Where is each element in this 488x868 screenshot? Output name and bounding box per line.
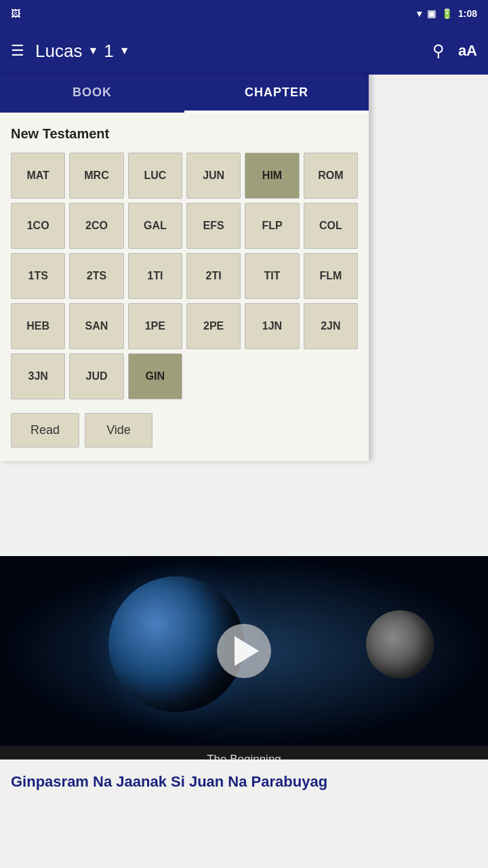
book-cell-jud[interactable]: JUD xyxy=(69,353,123,399)
book-chapter-panel: BOOK CHAPTER New Testament MATMRCLUCJUNH… xyxy=(0,75,369,461)
book-cell-1ti[interactable]: 1TI xyxy=(128,253,182,299)
book-cell-2jn[interactable]: 2JN xyxy=(304,303,358,349)
search-icon[interactable]: ⚲ xyxy=(432,41,445,60)
play-triangle-icon xyxy=(235,636,259,666)
menu-icon[interactable]: ☰ xyxy=(11,42,24,60)
chapter-dropdown-arrow[interactable]: ▼ xyxy=(119,45,130,57)
book-cell-gin[interactable]: GIN xyxy=(128,353,182,399)
book-cell-efs[interactable]: EFS xyxy=(186,203,241,249)
tab-book[interactable]: BOOK xyxy=(0,75,184,113)
book-dropdown-arrow[interactable]: ▼ xyxy=(87,45,98,57)
app-bar-actions: ⚲ aA xyxy=(432,41,477,60)
book-cell-1pe[interactable]: 1PE xyxy=(128,303,182,349)
status-bar-left: 🖼 xyxy=(11,8,20,19)
chapter-number[interactable]: 1 xyxy=(104,41,113,62)
bottom-title: Ginpasram Na Jaanak Si Juan Na Parabuyag xyxy=(11,773,477,791)
book-cell-tit[interactable]: TIT xyxy=(245,253,299,299)
play-button[interactable] xyxy=(217,624,271,678)
bottom-section: Ginpasram Na Jaanak Si Juan Na Parabuyag xyxy=(0,760,488,804)
status-bar: 🖼 ▾ ▣ 🔋 1:08 xyxy=(0,0,488,27)
book-title[interactable]: Lucas xyxy=(35,41,82,62)
video-thumbnail[interactable] xyxy=(0,556,488,746)
time-display: 1:08 xyxy=(458,8,477,19)
video-section: The Beginning xyxy=(0,556,488,773)
font-size-icon[interactable]: aA xyxy=(458,42,477,60)
book-cell-him[interactable]: HIM xyxy=(245,153,299,199)
panel-content: New Testament MATMRCLUCJUNHIMROM1CO2COGA… xyxy=(0,113,369,461)
tab-chapter[interactable]: CHAPTER xyxy=(184,75,369,113)
testament-title: New Testament xyxy=(11,126,358,142)
book-cell-san[interactable]: SAN xyxy=(69,303,123,349)
app-bar: ☰ Lucas ▼ 1 ▼ ⚲ aA xyxy=(0,27,488,75)
action-row: Read Vide xyxy=(11,413,358,448)
app-bar-title: Lucas ▼ 1 ▼ xyxy=(35,41,422,62)
book-cell-3jn[interactable]: 3JN xyxy=(11,353,65,399)
tab-row: BOOK CHAPTER xyxy=(0,75,369,113)
book-cell-flm[interactable]: FLM xyxy=(304,253,358,299)
book-cell-2ts[interactable]: 2TS xyxy=(69,253,123,299)
book-cell-1jn[interactable]: 1JN xyxy=(245,303,299,349)
vide-button[interactable]: Vide xyxy=(85,413,152,448)
book-cell-2ti[interactable]: 2TI xyxy=(186,253,241,299)
book-cell-heb[interactable]: HEB xyxy=(11,303,65,349)
book-cell-2pe[interactable]: 2PE xyxy=(186,303,241,349)
wifi-icon: ▾ xyxy=(417,8,422,19)
book-cell-1ts[interactable]: 1TS xyxy=(11,253,65,299)
status-icon: 🖼 xyxy=(11,8,20,19)
book-grid: MATMRCLUCJUNHIMROM1CO2COGALEFSFLPCOL1TS2… xyxy=(11,153,358,399)
book-cell-1co[interactable]: 1CO xyxy=(11,203,65,249)
book-cell-mrc[interactable]: MRC xyxy=(69,153,123,199)
book-cell-jun[interactable]: JUN xyxy=(186,153,241,199)
book-cell-2co[interactable]: 2CO xyxy=(69,203,123,249)
battery-icon: 🔋 xyxy=(441,8,453,19)
planet-moon-graphic xyxy=(366,610,434,678)
book-cell-gal[interactable]: GAL xyxy=(128,203,182,249)
book-cell-col[interactable]: COL xyxy=(304,203,358,249)
book-cell-flp[interactable]: FLP xyxy=(245,203,299,249)
book-cell-rom[interactable]: ROM xyxy=(304,153,358,199)
read-button[interactable]: Read xyxy=(11,413,79,448)
signal-icon: ▣ xyxy=(427,8,436,19)
book-cell-mat[interactable]: MAT xyxy=(11,153,65,199)
book-cell-luc[interactable]: LUC xyxy=(128,153,182,199)
status-bar-right: ▾ ▣ 🔋 1:08 xyxy=(417,8,477,19)
